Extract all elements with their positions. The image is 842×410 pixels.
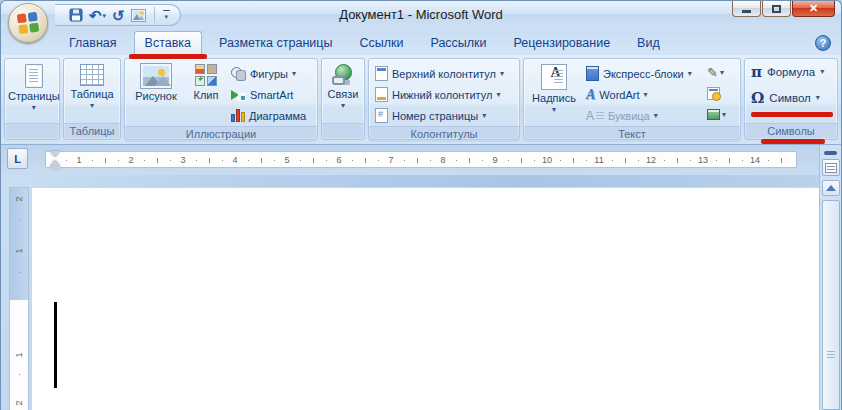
ruler-dot <box>66 160 67 161</box>
smartart-icon <box>231 88 246 101</box>
group-links: Связи ▾ <box>321 58 365 140</box>
close-icon: ✕ <box>809 2 818 15</box>
split-handle[interactable] <box>824 151 837 155</box>
ruler-dot <box>248 160 249 161</box>
shapes-button[interactable]: Фигуры ▾ <box>228 63 309 84</box>
footer-icon <box>375 87 388 102</box>
horizontal-ruler: 1234567891011121314 <box>45 151 797 168</box>
ruler-number: 3 <box>180 152 185 168</box>
table-button[interactable]: Таблица ▾ <box>67 62 117 123</box>
equation-label: Формула <box>767 66 815 78</box>
quick-parts-button[interactable]: Экспресс-блоки ▾ <box>583 63 701 84</box>
smartart-label: SmartArt <box>250 89 293 101</box>
ruler-half-tick <box>677 158 678 163</box>
ruler-dot <box>404 160 405 161</box>
group-text-label: Текст <box>524 126 740 142</box>
page-icon <box>25 64 43 88</box>
omega-icon: Ω <box>751 91 764 106</box>
object-button[interactable]: ▾ <box>705 105 728 124</box>
text-cursor <box>54 302 57 388</box>
tab-review[interactable]: Рецензирование <box>504 32 621 55</box>
ruler-dot <box>300 160 301 161</box>
indent-markers[interactable] <box>49 151 61 170</box>
shapes-icon <box>231 66 246 81</box>
ribbon: Страницы ▾ Таблица ▾ Таблицы <box>1 55 841 145</box>
page-number-icon <box>375 108 388 123</box>
office-button[interactable] <box>8 3 48 43</box>
signature-line-icon: ✎ <box>707 66 718 79</box>
ruler-half-tick <box>521 158 522 163</box>
footer-button[interactable]: Нижний колонтитул ▾ <box>372 84 507 105</box>
horizontal-ruler-row: L 1234567891011121314 <box>1 145 841 175</box>
group-tables: Таблица ▾ Таблицы <box>63 58 121 140</box>
smartart-button[interactable]: SmartArt <box>228 84 309 105</box>
ruler-dot <box>768 160 769 161</box>
ruler-dot <box>430 160 431 161</box>
ruler-number: 4 <box>232 152 237 168</box>
tab-mailings[interactable]: Рассылки <box>420 32 496 55</box>
scroll-up-button[interactable] <box>822 180 840 196</box>
chart-button[interactable]: Диаграмма <box>228 105 309 126</box>
tab-home[interactable]: Главная <box>59 32 127 55</box>
ruler-dot <box>118 160 119 161</box>
tab-page-layout[interactable]: Разметка страницы <box>209 32 342 55</box>
picture-button[interactable]: Рисунок <box>128 62 184 126</box>
header-button[interactable]: Верхний колонтитул ▾ <box>372 63 507 84</box>
table-button-label: Таблица <box>70 88 113 100</box>
ruler-number: 5 <box>284 152 289 168</box>
date-time-icon <box>707 87 720 100</box>
tab-selector-button[interactable]: L <box>7 148 28 169</box>
help-button[interactable]: ? <box>815 35 831 51</box>
first-line-indent-marker[interactable] <box>50 151 60 157</box>
page-number-button[interactable]: Номер страницы ▾ <box>372 105 507 126</box>
tab-insert[interactable]: Вставка <box>134 31 202 55</box>
links-caret-icon: ▾ <box>341 102 345 110</box>
group-pages-label <box>5 123 59 139</box>
red-underline-annotation-symbols-label <box>761 139 825 144</box>
up-arrow-icon <box>826 185 836 191</box>
document-page[interactable] <box>31 187 819 410</box>
ruler-dot <box>144 160 145 161</box>
window-controls: ✕ <box>732 1 835 17</box>
pages-button[interactable]: Страницы ▾ <box>8 62 60 123</box>
ruler-number: 14 <box>750 152 760 168</box>
close-button[interactable]: ✕ <box>792 1 835 17</box>
wordart-icon: A <box>586 88 595 102</box>
ruler-dot <box>326 160 327 161</box>
ruler-toggle-icon <box>825 163 837 173</box>
ruler-dot <box>716 160 717 161</box>
ruler-toggle-button[interactable] <box>822 159 840 176</box>
drop-cap-button[interactable]: A Буквица ▾ <box>583 105 701 126</box>
textbox-caret-icon: ▾ <box>552 106 556 114</box>
symbol-label: Символ <box>769 92 810 104</box>
object-icon <box>707 109 720 120</box>
ruler-number: 13 <box>698 152 708 168</box>
ruler-half-tick <box>313 158 314 163</box>
thumb-grip-icon <box>827 351 835 352</box>
ruler-dot <box>378 160 379 161</box>
textbox-icon: A <box>541 64 567 90</box>
minimize-button[interactable] <box>732 1 761 17</box>
tab-view[interactable]: Вид <box>627 32 670 55</box>
group-illustrations: Рисунок Клип Фигуры ▾ SmartArt <box>124 58 318 140</box>
clipart-button[interactable]: Клип <box>186 62 226 126</box>
chart-icon <box>231 109 245 122</box>
ruler-dot <box>196 160 197 161</box>
equation-button[interactable]: π Формула ▾ <box>745 59 837 83</box>
wordart-button[interactable]: A WordArt ▾ <box>583 84 701 105</box>
drop-cap-icon: A <box>586 110 604 122</box>
left-indent-marker[interactable] <box>50 166 60 170</box>
maximize-button[interactable] <box>762 1 791 17</box>
table-caret-icon: ▾ <box>90 102 94 110</box>
scrollbar-thumb[interactable] <box>822 200 840 410</box>
signature-line-button[interactable]: ✎ ▾ <box>705 63 728 82</box>
footer-label: Нижний колонтитул <box>392 89 492 101</box>
ruler-dot <box>19 272 20 273</box>
date-time-button[interactable] <box>705 84 728 103</box>
textbox-button[interactable]: A Надпись ▾ <box>527 62 581 126</box>
shapes-caret-icon: ▾ <box>292 70 296 78</box>
tab-references[interactable]: Ссылки <box>349 32 413 55</box>
symbol-button[interactable]: Ω Символ ▾ <box>745 85 837 109</box>
links-button[interactable]: Связи ▾ <box>325 62 361 123</box>
ruler-half-tick <box>573 158 574 163</box>
